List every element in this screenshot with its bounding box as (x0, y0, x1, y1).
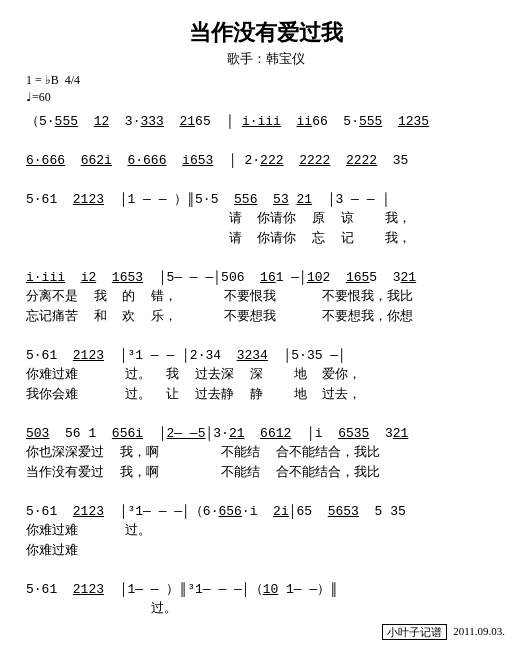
key: 1 = ♭B 4/4 (26, 72, 96, 89)
score-content: （5·555 12 3·333 2165 │ i·iii ii66 5·555 … (26, 112, 505, 619)
page: 当作没有爱过我 歌手：韩宝仪 1 = ♭B 4/4 ♩=60 （5·555 12… (14, 10, 517, 648)
watermark-text: 小叶子记谱 (382, 625, 447, 640)
score-text: （5·555 12 3·333 2165 │ i·iii ii66 5·555 … (26, 112, 505, 619)
artist-label: 歌手：韩宝仪 (26, 50, 505, 68)
song-title: 当作没有爱过我 (26, 18, 505, 48)
key-time: 1 = ♭B 4/4 ♩=60 (26, 72, 96, 106)
tempo: ♩=60 (26, 89, 96, 106)
header: 当作没有爱过我 歌手：韩宝仪 1 = ♭B 4/4 ♩=60 (26, 18, 505, 106)
date-text: 2011.09.03. (453, 625, 505, 640)
footer: 小叶子记谱 2011.09.03. (26, 625, 505, 640)
